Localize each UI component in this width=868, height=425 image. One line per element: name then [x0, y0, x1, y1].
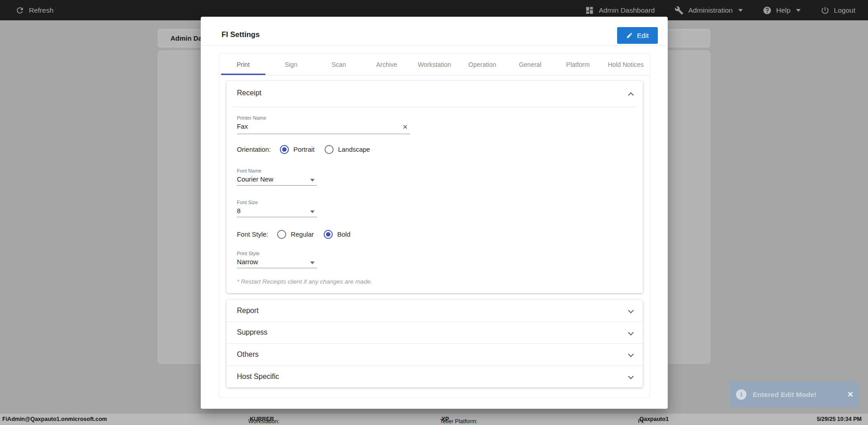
tab-print[interactable]: Print: [219, 54, 267, 75]
status-datetime: 5/29/25 10:34 PM: [817, 416, 862, 422]
nav-help-menu[interactable]: Help: [763, 6, 801, 15]
section-suppress[interactable]: Suppress: [226, 322, 643, 344]
orientation-label: Orientation:: [237, 146, 271, 153]
print-style-underline: [237, 268, 317, 268]
active-tab-inkbar: [221, 74, 265, 75]
chevron-down-icon: [628, 374, 634, 379]
refresh-label: Refresh: [29, 6, 53, 14]
tab-operation[interactable]: Operation: [458, 54, 506, 75]
dialog-title: FI Settings: [222, 30, 259, 39]
tab-workstation[interactable]: Workstation: [410, 54, 458, 75]
tab-hold-notices[interactable]: Hold Notices: [602, 54, 650, 75]
nav-admin-dashboard[interactable]: Admin Dashboard: [585, 6, 655, 15]
refresh-button[interactable]: Refresh: [15, 6, 53, 15]
receipt-panel: Receipt Printer Name Fax × Orientation: …: [226, 81, 643, 293]
nav-help-label: Help: [776, 6, 791, 14]
status-workstation: Workstation: KURRER: [248, 416, 274, 422]
fi-settings-dialog: FI Settings Edit Print Sign Scan Archive…: [201, 17, 668, 409]
radio-selected-icon: [324, 230, 333, 239]
radio-portrait[interactable]: Portrait: [280, 145, 315, 154]
section-report[interactable]: Report: [226, 300, 643, 322]
toast-notification: i Entered Edit Mode! ✕: [730, 382, 860, 407]
info-icon: i: [736, 389, 746, 400]
printer-name-label: Printer Name: [237, 115, 266, 121]
orientation-radio-group: Orientation: Portrait Landscape: [237, 145, 380, 154]
radio-regular[interactable]: Regular: [277, 230, 314, 239]
logout-label: Logout: [834, 6, 855, 14]
wrench-icon: [675, 6, 684, 15]
section-others[interactable]: Others: [226, 344, 643, 366]
radio-bold[interactable]: Bold: [324, 230, 350, 239]
tab-scan[interactable]: Scan: [315, 54, 363, 75]
status-fi: FI: Qaxpauto1: [638, 416, 669, 422]
font-style-radio-group: Font Style: Regular Bold: [237, 230, 360, 239]
dropdown-caret-icon[interactable]: [310, 179, 315, 182]
print-style-label: Print Style: [237, 251, 259, 256]
chevron-down-icon: [628, 330, 634, 336]
status-teller-platform: Teller Platform: XP: [440, 416, 449, 422]
printer-name-underline: [237, 134, 410, 134]
chevron-down-icon: [628, 308, 634, 313]
toast-close-icon[interactable]: ✕: [847, 390, 854, 399]
dashboard-icon: [585, 6, 594, 15]
radio-unselected-icon: [325, 145, 334, 154]
collapse-receipt-button[interactable]: [629, 91, 633, 99]
radio-landscape[interactable]: Landscape: [325, 145, 370, 154]
status-user: FiAdmin@Qaxpauto1.onmicrosoft.com: [2, 416, 107, 422]
pencil-icon: [626, 32, 633, 39]
chevron-up-icon: [628, 92, 634, 98]
tab-platform[interactable]: Platform: [554, 54, 602, 75]
power-icon: [821, 6, 830, 15]
nav-administration-menu[interactable]: Administration: [675, 6, 742, 15]
receipt-panel-title: Receipt: [237, 89, 261, 97]
clear-printer-name-icon[interactable]: ×: [403, 124, 408, 130]
section-host-specific[interactable]: Host Specific: [226, 366, 643, 388]
tab-archive[interactable]: Archive: [363, 54, 410, 75]
nav-administration-label: Administration: [688, 6, 732, 14]
tab-sign[interactable]: Sign: [267, 54, 315, 75]
help-icon: [763, 6, 772, 15]
font-style-label: Font Style:: [237, 231, 268, 238]
font-name-underline: [237, 185, 317, 186]
edit-button[interactable]: Edit: [617, 27, 658, 44]
nav-admin-dashboard-label: Admin Dashboard: [599, 6, 655, 14]
font-name-select[interactable]: Courier New: [237, 176, 274, 183]
refresh-icon: [15, 6, 24, 15]
chevron-down-icon: [738, 9, 743, 12]
restart-note: * Restart Receipts client if any changes…: [237, 278, 372, 285]
font-size-label: Font Size: [237, 200, 258, 205]
toast-message: Entered Edit Mode!: [753, 391, 847, 399]
chevron-down-icon: [796, 9, 801, 12]
collapsed-sections-panel: Report Suppress Others Host Specific: [226, 300, 643, 388]
logout-button[interactable]: Logout: [821, 6, 855, 15]
font-size-underline: [237, 217, 317, 217]
dropdown-caret-icon[interactable]: [310, 210, 315, 213]
header-divider: [201, 45, 668, 46]
settings-tab-group: Print Sign Scan Archive Workstation Oper…: [219, 53, 650, 398]
printer-name-input[interactable]: Fax: [237, 123, 248, 130]
print-style-select[interactable]: Narrow: [237, 258, 258, 266]
tab-general[interactable]: General: [506, 54, 554, 75]
radio-selected-icon: [280, 145, 289, 154]
dropdown-caret-icon[interactable]: [310, 262, 315, 264]
radio-unselected-icon: [277, 230, 286, 239]
tab-bar: Print Sign Scan Archive Workstation Oper…: [219, 54, 650, 75]
chevron-down-icon: [628, 351, 634, 357]
edit-button-label: Edit: [637, 32, 649, 39]
divider: [232, 107, 637, 107]
font-name-label: Font Name: [237, 168, 261, 173]
status-bar: FiAdmin@Qaxpauto1.onmicrosoft.com Workst…: [0, 414, 868, 425]
font-size-select[interactable]: 8: [237, 207, 241, 215]
